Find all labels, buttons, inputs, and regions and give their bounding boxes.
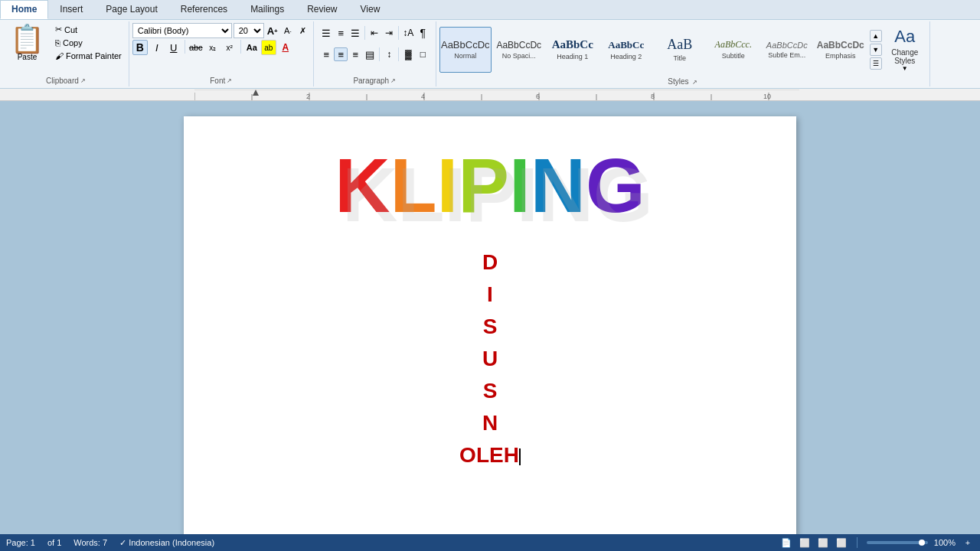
- strikethrough-button[interactable]: abc: [188, 40, 204, 55]
- font-grow-button[interactable]: A+: [266, 24, 279, 37]
- align-right-button[interactable]: ≡: [348, 47, 362, 61]
- status-right: 📄 ⬜ ⬜ ⬜ 100% +: [780, 536, 974, 549]
- page-info: Page: 1: [6, 538, 35, 547]
- styles-scroll-up[interactable]: ▲: [870, 30, 882, 42]
- clipboard-expand-icon[interactable]: ↗: [80, 77, 86, 84]
- svg-text:10: 10: [763, 93, 771, 100]
- copy-icon: ⎘: [55, 38, 60, 47]
- subscript-button[interactable]: x₂: [205, 40, 220, 55]
- change-styles-button[interactable]: Aa Change Styles ▼: [884, 23, 926, 76]
- styles-scroll-down[interactable]: ▼: [870, 44, 882, 56]
- font-shrink-button[interactable]: A-: [281, 24, 295, 37]
- style-subtle-emphasis[interactable]: AaBbCcDc Subtle Em...: [761, 27, 813, 73]
- ruler-inner: // This won't run inline in SVG, we'll d…: [194, 89, 977, 100]
- styles-scroll-controls: ▲ ▼ ☰: [870, 30, 882, 70]
- numbering-button[interactable]: ≡: [334, 26, 348, 40]
- ruler-svg: // This won't run inline in SVG, we'll d…: [194, 90, 799, 100]
- style-heading1[interactable]: AaBbCc Heading 1: [547, 27, 599, 73]
- styles-expand-icon[interactable]: ↗: [692, 79, 697, 86]
- style-no-spacing[interactable]: AaBbCcDc No Spaci...: [493, 27, 545, 73]
- paragraph-expand-icon[interactable]: ↗: [390, 77, 396, 84]
- letter-s: S: [483, 311, 498, 343]
- clear-format-button[interactable]: ✗: [296, 24, 310, 37]
- tab-review[interactable]: Review: [296, 0, 348, 19]
- paste-label: Paste: [18, 53, 38, 61]
- bold-button[interactable]: B: [132, 40, 148, 55]
- spell-check-icon: ✓: [119, 538, 126, 547]
- shading-button[interactable]: ▓: [401, 47, 415, 61]
- zoom-thumb: [919, 540, 925, 546]
- change-case-button[interactable]: Aa: [244, 40, 260, 55]
- tab-references[interactable]: References: [169, 0, 239, 19]
- align-left-button[interactable]: ≡: [319, 47, 333, 61]
- svg-text:8: 8: [651, 93, 655, 100]
- letter-n: N: [482, 407, 498, 439]
- font-group-label: Font: [210, 77, 225, 85]
- styles-group-label: Styles: [668, 77, 688, 86]
- kliping-heading: K L I P I N G K L I P I N G: [335, 147, 645, 223]
- words-count: Words: 7: [74, 538, 107, 547]
- status-bar: Page: 1 of 1 Words: 7 ✓ Indonesian (Indo…: [0, 534, 980, 551]
- show-hide-button[interactable]: ¶: [416, 26, 430, 40]
- style-emphasis[interactable]: AaBbCcDc Emphasis: [815, 27, 867, 73]
- language-indicator[interactable]: ✓ Indonesian (Indonesia): [119, 538, 214, 548]
- view-print-button[interactable]: 📄: [780, 536, 792, 549]
- cut-icon: ✂: [55, 24, 62, 34]
- font-size-select[interactable]: 20: [234, 23, 264, 38]
- ribbon-tabs: Home Insert Page Layout References Maili…: [0, 0, 980, 20]
- svg-text:6: 6: [536, 93, 540, 100]
- font-expand-icon[interactable]: ↗: [227, 77, 232, 84]
- bullets-button[interactable]: ☰: [319, 26, 333, 40]
- sort-button[interactable]: ↕A: [401, 26, 415, 40]
- italic-button[interactable]: I: [149, 40, 165, 55]
- increase-indent-button[interactable]: ⇥: [382, 26, 396, 40]
- letter-d: D: [482, 246, 498, 279]
- copy-button[interactable]: ⎘ Copy: [51, 37, 126, 49]
- font-color-button[interactable]: A: [278, 40, 293, 55]
- border-button[interactable]: □: [416, 47, 430, 61]
- status-sep: [857, 537, 858, 548]
- style-heading2[interactable]: AaBbCc Heading 2: [600, 27, 652, 73]
- copy-label: Copy: [63, 38, 83, 47]
- cut-button[interactable]: ✂ Cut: [51, 23, 126, 36]
- tab-view[interactable]: View: [349, 0, 392, 19]
- align-center-button[interactable]: ≡: [334, 47, 348, 61]
- view-outline-button[interactable]: ⬜: [835, 536, 848, 549]
- paragraph-group-label: Paragraph: [353, 77, 389, 85]
- decrease-indent-button[interactable]: ⇤: [368, 26, 381, 40]
- oleh-text[interactable]: OLEH: [459, 439, 521, 471]
- zoom-in-button[interactable]: +: [962, 536, 974, 549]
- tab-page-layout[interactable]: Page Layout: [94, 0, 168, 19]
- styles-more[interactable]: ☰: [870, 57, 882, 70]
- ribbon: 📋 Paste ✂ Cut ⎘ Copy 🖌 Format Painter: [0, 20, 980, 89]
- tab-mailings[interactable]: Mailings: [239, 0, 296, 19]
- svg-marker-17: [253, 90, 259, 96]
- font-name-select[interactable]: Calibri (Body): [132, 23, 232, 38]
- ruler: // This won't run inline in SVG, we'll d…: [0, 89, 980, 101]
- text-cursor: [519, 448, 521, 465]
- page[interactable]: K L I P I N G K L I P I N G D I S U S N: [184, 116, 796, 534]
- letter-u: U: [482, 343, 498, 375]
- style-normal[interactable]: AaBbCcDc Normal: [439, 27, 492, 73]
- zoom-slider[interactable]: [867, 541, 928, 544]
- styles-group: AaBbCcDc Normal AaBbCcDc No Spaci... AaB…: [436, 21, 930, 86]
- view-fullscreen-button[interactable]: ⬜: [799, 536, 811, 549]
- multilevel-button[interactable]: ☰: [348, 26, 362, 40]
- format-painter-label: Format Painter: [66, 51, 122, 60]
- justify-button[interactable]: ▤: [363, 47, 377, 61]
- language-label: Indonesian (Indonesia): [129, 538, 214, 547]
- svg-text:2: 2: [306, 93, 310, 100]
- paste-button[interactable]: 📋 Paste: [6, 23, 48, 64]
- style-title[interactable]: AaB Title: [654, 27, 706, 73]
- tab-insert[interactable]: Insert: [48, 0, 94, 19]
- superscript-button[interactable]: x²: [222, 40, 237, 55]
- underline-button[interactable]: U: [166, 40, 181, 55]
- view-web-button[interactable]: ⬜: [817, 536, 829, 549]
- vertical-text: D I S U S N OLEH: [459, 246, 521, 471]
- format-painter-button[interactable]: 🖌 Format Painter: [51, 50, 126, 62]
- cut-label: Cut: [64, 25, 77, 34]
- highlight-button[interactable]: ab: [261, 40, 276, 55]
- style-subtitle[interactable]: AaBbCcc. Subtitle: [707, 27, 760, 73]
- tab-home[interactable]: Home: [0, 0, 48, 19]
- line-spacing-button[interactable]: ↕: [382, 47, 396, 61]
